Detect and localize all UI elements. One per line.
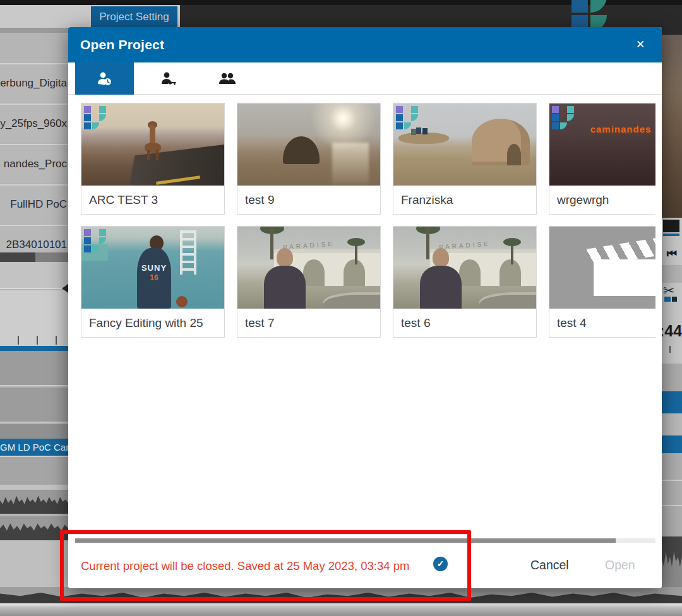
open-project-dialog: Open Project ✕ [68,27,662,588]
razor-tool-icon[interactable]: ✂ [663,283,674,299]
track-gap [0,485,68,490]
project-name: wrgewrgh [549,186,655,214]
dialog-footer: Current project will be closed. Saved at… [68,543,662,588]
horizontal-scrollbar-thumb[interactable] [75,538,616,543]
brand-logo-icon [396,106,421,131]
project-name: test 6 [393,309,536,337]
ruler-tick [37,336,38,345]
users-icon [218,71,236,86]
brand-logo-icon [84,229,109,254]
project-thumbnail [393,104,536,186]
ruler-tick [56,336,57,345]
close-warning-text: Current project will be closed. Saved at… [81,559,409,573]
ruler-tick [18,336,19,345]
dialog-header: Open Project ✕ [68,27,662,62]
tab-my-recent-projects[interactable] [75,62,134,95]
project-name: Franziska [393,186,536,214]
project-grid-viewport: ARC TEST 3 test 9 Franziska [75,95,655,538]
project-thumbnail [81,104,224,186]
list-item-label: FullHD PoC [10,186,67,223]
video-preview-sliver [662,35,682,218]
progress-fill [0,252,35,262]
toolbar-band [662,265,682,283]
project-card[interactable]: ARC TEST 3 [81,103,225,215]
project-name: test 7 [237,309,380,337]
timeline-track [0,351,68,386]
tab-shared-with-me[interactable] [139,62,198,95]
playhead-tick [669,346,671,353]
grid-row: SUNY 16 Fancy Editing with 25 PARADISE [81,226,655,338]
dialog-title: Open Project [80,27,164,62]
project-name: test 9 [237,186,380,214]
project-thumbnail [237,104,380,186]
horizontal-scrollbar-track[interactable] [75,538,655,543]
timeline-band [662,364,682,391]
timeline-ruler-row [0,290,68,346]
project-thumbnail: PARADISE [237,227,380,309]
list-item-label: y_25fps_960x [0,105,67,143]
audio-waveform [0,516,68,540]
project-thumbnail: caminandes [549,104,655,186]
grid-row: ARC TEST 3 test 9 Franziska [81,103,655,215]
skip-back-icon[interactable]: ⏮ [667,247,677,261]
bottom-status-bar [0,603,682,616]
timeline-clip-sliver[interactable] [662,391,682,413]
list-item-label: nandes_Proc [4,145,67,183]
jersey-text: SUNY [137,263,171,273]
user-clock-icon [97,71,113,86]
project-name: test 4 [549,309,655,337]
brand-logo-icon [84,106,109,131]
saved-check-icon: ✓ [433,557,448,571]
timeline-header-row [0,262,68,289]
project-card[interactable]: caminandes wrgewrgh [549,103,655,215]
open-button[interactable]: Open [605,558,635,572]
list-item[interactable]: nandes_Proc [0,144,68,183]
timeline-band [662,413,682,435]
timeline-clip-sliver[interactable] [662,435,682,453]
audio-waveform [0,490,68,514]
user-key-icon [160,71,177,86]
timeline-track [0,424,68,439]
clapperboard-icon [586,235,655,299]
project-card[interactable]: test 9 [237,103,381,215]
project-name: ARC TEST 3 [81,186,224,214]
timecode-display: :44:0 [659,322,682,340]
project-thumbnail [549,227,655,309]
screen: Project Setting erbung_Digita y_25fps_96… [0,0,682,616]
project-thumbnail: SUNY 16 [81,227,224,309]
project-setting-button[interactable]: Project Setting [91,6,177,28]
dialog-tabs [68,62,662,95]
project-card[interactable]: SUNY 16 Fancy Editing with 25 [81,226,225,338]
timeline-track-divider [0,346,68,351]
list-item[interactable]: erbung_Digita [0,63,68,102]
project-card[interactable]: Franziska [393,103,537,215]
audio-waveform [662,536,682,587]
list-item[interactable]: FullHD PoC [0,184,68,223]
list-item-label: 2B34010101 [6,226,67,252]
project-card[interactable]: PARADISE test 6 [393,226,537,338]
collapse-arrow-icon[interactable] [62,284,68,293]
text-tool-icon[interactable] [663,220,679,232]
cancel-button[interactable]: Cancel [530,558,569,572]
llama-figure [142,121,164,160]
list-item[interactable]: 2B34010101 [0,225,68,252]
jersey-number: 16 [137,273,171,282]
list-item-label: erbung_Digita [0,64,67,102]
project-card[interactable]: PARADISE test 7 [237,226,381,338]
close-icon[interactable]: ✕ [633,37,648,52]
bin-list-header [0,28,68,33]
timeline-track [0,388,68,423]
project-thumbnail: PARADISE [393,227,536,309]
project-card[interactable]: test 4 [549,226,655,338]
timeline-clip[interactable]: GM LD PoC Cam [0,439,68,456]
project-name: Fancy Editing with 25 [81,309,224,337]
brand-logo-icon [552,106,577,131]
tab-group-projects[interactable] [198,62,256,95]
bottom-audio-track [0,587,682,603]
timeline-empty-area [0,540,68,587]
timeline-band [662,453,682,536]
timeline-track [0,456,68,485]
list-item[interactable]: y_25fps_960x [0,104,68,143]
